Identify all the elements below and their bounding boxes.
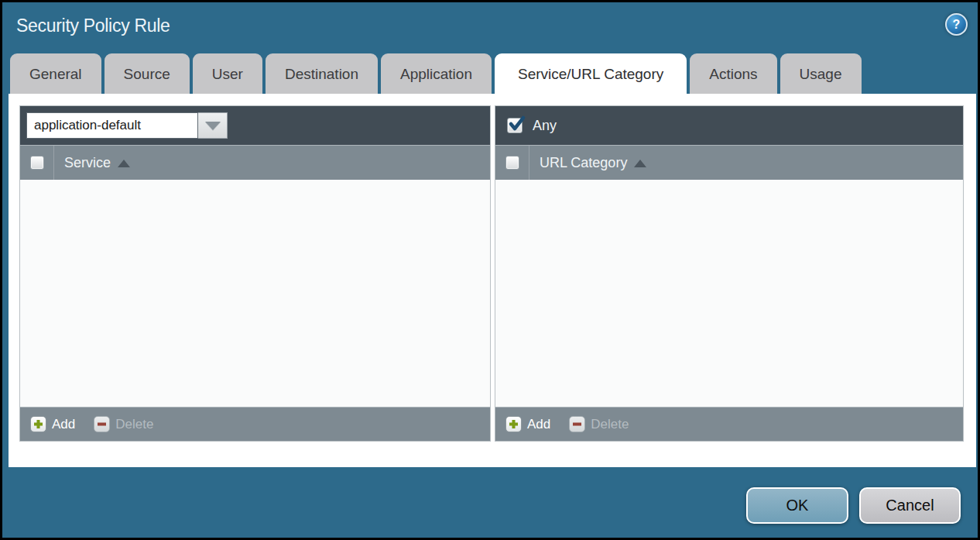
service-column-header[interactable]: Service [54,146,130,180]
url-category-column-label: URL Category [540,155,627,171]
add-label: Add [52,417,75,432]
service-column-label: Service [64,155,111,171]
tab-service-url-category[interactable]: Service/URL Category [495,53,687,94]
tab-bar: General Source User Destination Applicat… [10,53,862,94]
tab-user[interactable]: User [193,53,262,94]
tab-usage[interactable]: Usage [780,53,862,94]
chevron-down-icon [205,122,221,130]
plus-icon [30,416,46,432]
url-category-header-checkcell [495,146,529,180]
url-category-column-header[interactable]: URL Category [529,146,646,180]
tab-source[interactable]: Source [105,53,190,94]
ok-button[interactable]: OK [746,487,848,524]
service-select-all-checkbox[interactable] [30,156,44,170]
tab-destination[interactable]: Destination [266,53,378,94]
delete-label: Delete [115,417,153,432]
service-toolbar: application-default [20,106,490,145]
service-type-dropdown-value[interactable]: application-default [26,112,198,139]
cancel-button[interactable]: Cancel [859,487,961,524]
add-label: Add [527,417,550,432]
service-type-dropdown[interactable]: application-default [26,112,228,139]
url-category-panel: Any URL Category [495,105,964,442]
url-category-footer-toolbar: Add Delete [495,407,963,441]
service-delete-button[interactable]: Delete [94,416,153,432]
sort-ascending-icon [118,160,130,167]
service-table-body[interactable] [20,180,490,407]
minus-icon [94,416,110,432]
tab-general[interactable]: General [10,53,101,94]
help-icon[interactable]: ? [945,13,968,36]
url-category-table-header: URL Category [495,145,963,180]
checkmark-icon [508,115,526,133]
sort-ascending-icon [634,160,646,167]
delete-label: Delete [591,417,629,432]
tab-application[interactable]: Application [381,53,492,94]
any-row: Any [502,118,557,134]
service-panel: application-default Service [19,105,491,442]
url-category-select-all-checkbox[interactable] [505,156,519,170]
minus-icon [569,416,585,432]
service-add-button[interactable]: Add [30,416,75,432]
service-type-dropdown-button[interactable] [198,112,228,139]
service-header-checkcell [20,146,54,180]
url-category-table-body[interactable] [495,180,963,407]
plus-icon [505,416,522,432]
tab-content-area: application-default Service [9,94,976,467]
tab-actions[interactable]: Actions [690,53,776,94]
service-table-header: Service [20,145,490,180]
url-category-add-button[interactable]: Add [505,416,550,432]
any-label: Any [533,118,557,134]
security-policy-rule-dialog: Security Policy Rule ? General Source Us… [0,0,980,540]
url-category-toolbar: Any [495,106,963,145]
page-title: Security Policy Rule [16,15,170,36]
any-checkbox[interactable] [507,118,523,133]
service-footer-toolbar: Add Delete [20,407,490,441]
url-category-delete-button[interactable]: Delete [569,416,629,432]
